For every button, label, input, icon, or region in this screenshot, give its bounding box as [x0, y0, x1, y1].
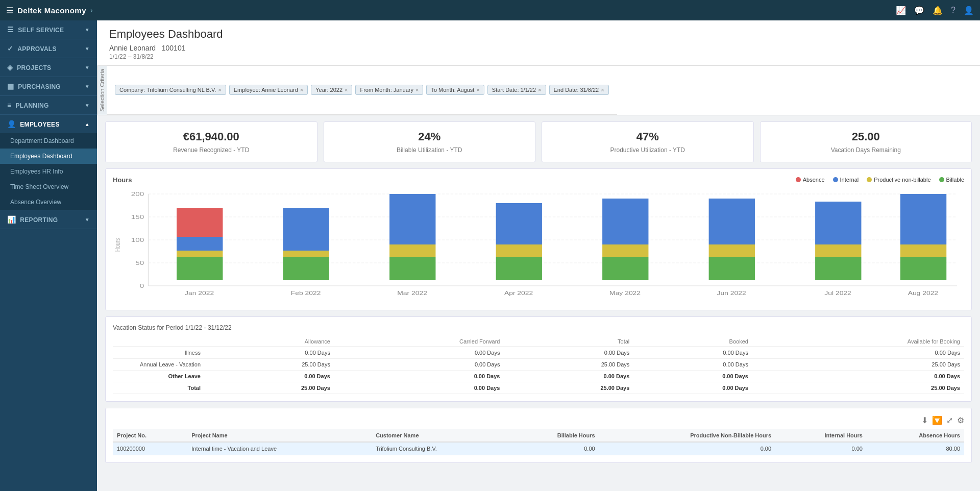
svg-text:May 2022: May 2022	[609, 290, 641, 297]
chart-icon[interactable]: 📈	[896, 6, 906, 15]
svg-rect-17	[283, 251, 329, 257]
download-icon[interactable]: ⬇	[921, 415, 928, 425]
svg-rect-13	[177, 237, 223, 251]
col-header-name	[113, 336, 205, 347]
row-carried-annual: 0.00 Days	[334, 358, 504, 370]
filter-icon[interactable]: 🔽	[932, 415, 942, 425]
svg-rect-21	[389, 244, 435, 257]
kpi-label-vacation: Vacation Days Remaining	[769, 146, 964, 154]
svg-text:Mar 2022: Mar 2022	[397, 290, 427, 297]
filter-chip-to-month[interactable]: To Month: August ×	[426, 85, 484, 95]
filter-chip-from-month[interactable]: From Month: January ×	[355, 85, 423, 95]
filter-chip-start-date[interactable]: Start Date: 1/1/22 ×	[487, 85, 546, 95]
row-available-annual: 25.00 Days	[752, 358, 964, 370]
filter-close-to-month[interactable]: ×	[476, 87, 479, 93]
content-area: Employees Dashboard Annie Leonard 100101…	[97, 20, 980, 491]
row-booked-total: 0.00 Days	[633, 382, 752, 394]
sidebar-item-selfservice[interactable]: ☰SELF SERVICE ▼	[0, 20, 97, 39]
settings-icon[interactable]: ⚙	[957, 415, 964, 425]
sidebar-item-dept-dashboard[interactable]: Department Dashboard	[0, 133, 97, 149]
filter-close-company[interactable]: ×	[218, 87, 221, 93]
svg-rect-37	[815, 244, 861, 257]
employee-id: 100101	[162, 44, 186, 52]
filter-chip-year[interactable]: Year: 2022 ×	[311, 85, 352, 95]
help-icon[interactable]: ?	[951, 6, 955, 15]
chevron-down-icon: ▼	[85, 65, 90, 70]
col-header-booked: Booked	[633, 336, 752, 347]
filter-close-start-date[interactable]: ×	[538, 87, 541, 93]
sidebar-section-reporting: 📊REPORTING ▼	[0, 210, 97, 229]
kpi-label-billable: Billable Utilization - YTD	[332, 146, 527, 154]
sidebar-item-timesheet-overview[interactable]: Time Sheet Overview	[0, 179, 97, 194]
row-available-other: 0.00 Days	[752, 370, 964, 382]
col-customer: Customer Name	[372, 429, 508, 442]
sidebar-item-employees-dashboard[interactable]: Employees Dashboard	[0, 149, 97, 164]
page-header: Employees Dashboard Annie Leonard 100101…	[97, 20, 980, 66]
svg-rect-20	[389, 257, 435, 280]
sidebar-section-projects: ◈PROJECTS ▼	[0, 58, 97, 77]
sidebar-item-absence-overview[interactable]: Absence Overview	[0, 194, 97, 210]
col-header-available: Available for Booking	[752, 336, 964, 347]
expand-icon[interactable]: ⤢	[946, 415, 953, 425]
svg-rect-34	[709, 199, 755, 244]
col-header-allowance: Allowance	[205, 336, 334, 347]
filter-close-year[interactable]: ×	[345, 87, 348, 93]
sidebar-item-employees[interactable]: 👤EMPLOYEES ▲	[0, 115, 97, 133]
filter-close-end-date[interactable]: ×	[601, 87, 604, 93]
kpi-value-productive: 47%	[550, 130, 745, 143]
user-icon[interactable]: 👤	[964, 6, 974, 15]
svg-rect-38	[815, 202, 861, 244]
svg-text:150: 150	[131, 214, 144, 220]
col-project-no: Project No.	[113, 429, 187, 442]
col-internal-hours: Internal Hours	[775, 429, 867, 442]
employees-submenu: Department Dashboard Employees Dashboard…	[0, 133, 97, 210]
sidebar-item-approvals[interactable]: ✓APPROVALS ▼	[0, 39, 97, 58]
svg-text:Apr 2022: Apr 2022	[504, 290, 533, 297]
bell-icon[interactable]: 🔔	[933, 6, 943, 15]
sidebar-section-employees: 👤EMPLOYEES ▲ Department Dashboard Employ…	[0, 115, 97, 210]
row-carried-illness: 0.00 Days	[334, 347, 504, 358]
legend-internal: Internal	[833, 177, 859, 183]
svg-rect-11	[177, 257, 223, 280]
svg-rect-14	[177, 208, 223, 237]
svg-rect-22	[389, 194, 435, 244]
col-productive-nb-hours: Productive Non-Billable Hours	[599, 429, 775, 442]
chat-icon[interactable]: 💬	[914, 6, 924, 15]
selfservice-icon: ☰	[7, 26, 14, 34]
row-label-other: Other Leave	[113, 370, 205, 382]
kpi-card-vacation: 25.00 Vacation Days Remaining	[760, 121, 972, 162]
col-header-carried: Carried Forward	[334, 336, 504, 347]
legend-absence: Absence	[796, 177, 825, 183]
filter-chip-end-date[interactable]: End Date: 31/8/22 ×	[549, 85, 609, 95]
sidebar-item-employees-hr-info[interactable]: Employees HR Info	[0, 164, 97, 179]
filter-chip-company[interactable]: Company: Trifolium Consulting NL B.V. ×	[115, 85, 226, 95]
sidebar-section-selfservice: ☰SELF SERVICE ▼	[0, 20, 97, 39]
sidebar-item-reporting[interactable]: 📊REPORTING ▼	[0, 210, 97, 229]
row-available-total: 25.00 Days	[752, 382, 964, 394]
main-layout: ☰SELF SERVICE ▼ ✓APPROVALS ▼ ◈PROJECTS ▼…	[0, 20, 980, 491]
sidebar-section-planning: ≡PLANNING ▼	[0, 96, 97, 115]
sidebar-item-purchasing[interactable]: ▦PURCHASING ▼	[0, 77, 97, 95]
table-row[interactable]: 100200000 Internal time - Vacation and L…	[113, 442, 964, 455]
sidebar-item-planning[interactable]: ≡PLANNING ▼	[0, 96, 97, 114]
employees-icon: 👤	[7, 120, 16, 128]
filter-chip-employee[interactable]: Employee: Annie Leonard ×	[229, 85, 308, 95]
selection-criteria-label[interactable]: Selection Criteria	[97, 66, 107, 115]
row-carried-total: 0.00 Days	[334, 382, 504, 394]
sidebar-item-projects[interactable]: ◈PROJECTS ▼	[0, 58, 97, 77]
svg-text:Jan 2022: Jan 2022	[185, 290, 214, 297]
hamburger-icon[interactable]: ☰	[6, 6, 13, 15]
cell-project-no: 100200000	[113, 442, 187, 455]
row-allowance-other: 0.00 Days	[205, 370, 334, 382]
chart-title: Hours	[113, 176, 132, 184]
kpi-card-productive: 47% Productive Utilization - YTD	[542, 121, 754, 162]
svg-text:Feb 2022: Feb 2022	[291, 290, 321, 297]
filter-close-employee[interactable]: ×	[300, 87, 303, 93]
chart-section: Hours Absence Internal Productive non-bi…	[105, 168, 972, 310]
page-title: Employees Dashboard	[109, 28, 968, 41]
svg-rect-28	[602, 257, 648, 280]
chevron-down-icon: ▼	[85, 46, 90, 52]
svg-rect-12	[177, 251, 223, 257]
cell-absence: 80.00	[867, 442, 964, 455]
filter-close-from-month[interactable]: ×	[415, 87, 419, 93]
